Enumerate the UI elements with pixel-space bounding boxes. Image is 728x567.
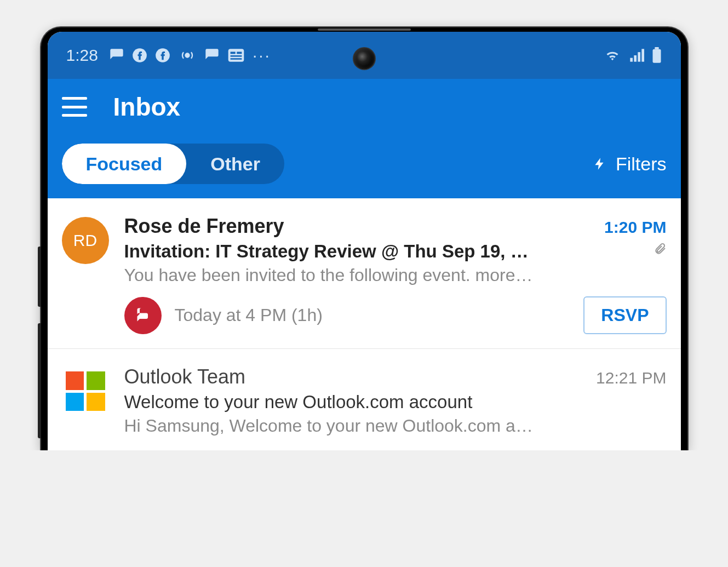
screen: 1:28 ··· bbox=[48, 32, 681, 450]
header-tabs: Focused Other Filters bbox=[62, 144, 667, 184]
status-right bbox=[603, 47, 662, 64]
svg-rect-8 bbox=[630, 58, 633, 62]
front-camera bbox=[353, 47, 376, 70]
volume-button bbox=[38, 247, 41, 307]
email-sender: Rose de Fremery bbox=[124, 215, 284, 238]
more-notifications-icon: ··· bbox=[253, 46, 271, 65]
svg-rect-9 bbox=[634, 55, 637, 62]
svg-rect-12 bbox=[655, 47, 659, 49]
signal-icon bbox=[628, 48, 645, 63]
attachment-icon bbox=[654, 240, 667, 259]
avatar: RD bbox=[62, 217, 109, 264]
svg-rect-11 bbox=[641, 49, 644, 61]
email-body: Outlook Team 12:21 PM Welcome to your ne… bbox=[124, 365, 667, 436]
email-item[interactable]: RD Rose de Fremery 1:20 PM Invitation: I… bbox=[48, 198, 681, 349]
svg-rect-5 bbox=[230, 55, 242, 57]
filters-label: Filters bbox=[616, 153, 667, 175]
svg-rect-6 bbox=[230, 58, 242, 60]
phone-frame: 1:28 ··· bbox=[41, 27, 687, 450]
email-sender: Outlook Team bbox=[124, 365, 245, 388]
chat-icon bbox=[204, 48, 220, 63]
status-left: 1:28 ··· bbox=[66, 46, 271, 65]
svg-rect-4 bbox=[230, 52, 235, 54]
svg-point-2 bbox=[185, 54, 189, 58]
event-time: Today at 4 PM (1h) bbox=[175, 305, 323, 325]
avatar-initials: RD bbox=[73, 231, 97, 250]
filters-button[interactable]: Filters bbox=[593, 153, 667, 175]
email-subject: Welcome to your new Outlook.com account bbox=[124, 392, 667, 413]
event-chat-icon bbox=[124, 297, 162, 334]
facebook-icon bbox=[155, 48, 170, 63]
app-header: Inbox Focused Other Filters bbox=[48, 79, 681, 198]
avatar bbox=[62, 368, 109, 415]
email-preview: Hi Samsung, Welcome to your new Outlook.… bbox=[124, 416, 667, 436]
status-time: 1:28 bbox=[66, 46, 98, 65]
header-top: Inbox bbox=[62, 92, 667, 122]
microsoft-logo-icon bbox=[66, 371, 105, 411]
svg-rect-7 bbox=[237, 52, 242, 54]
email-list: RD Rose de Fremery 1:20 PM Invitation: I… bbox=[48, 198, 681, 450]
email-item[interactable]: Outlook Team 12:21 PM Welcome to your ne… bbox=[48, 349, 681, 450]
volume-button bbox=[38, 323, 41, 438]
hotspot-icon bbox=[178, 48, 197, 63]
rsvp-button[interactable]: RSVP bbox=[583, 296, 666, 334]
battery-icon bbox=[651, 47, 662, 64]
inbox-tab-switcher: Focused Other bbox=[62, 144, 285, 184]
svg-rect-13 bbox=[652, 49, 661, 63]
svg-rect-10 bbox=[638, 52, 640, 62]
tab-focused[interactable]: Focused bbox=[62, 144, 187, 184]
lightning-icon bbox=[593, 154, 607, 174]
email-time: 12:21 PM bbox=[596, 369, 666, 387]
wifi-icon bbox=[603, 48, 622, 63]
email-body: Rose de Fremery 1:20 PM Invitation: IT S… bbox=[124, 215, 667, 334]
menu-button[interactable] bbox=[62, 97, 87, 117]
page-title: Inbox bbox=[113, 92, 181, 122]
event-row: Today at 4 PM (1h) RSVP bbox=[124, 296, 667, 334]
email-preview: You have been invited to the following e… bbox=[124, 265, 667, 285]
facebook-icon bbox=[132, 48, 147, 63]
chat-icon bbox=[109, 48, 124, 63]
news-icon bbox=[227, 48, 245, 62]
email-time: 1:20 PM bbox=[604, 218, 666, 237]
tab-other[interactable]: Other bbox=[186, 144, 284, 184]
email-subject: Invitation: IT Strategy Review @ Thu Sep… bbox=[124, 241, 646, 262]
